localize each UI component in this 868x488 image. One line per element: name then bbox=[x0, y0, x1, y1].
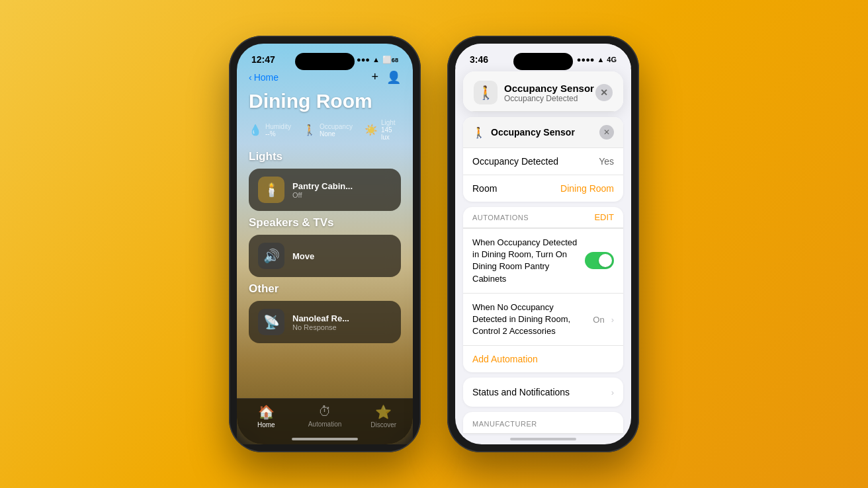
person-circle-icon[interactable]: 👤 bbox=[386, 70, 401, 85]
nanoleaf-icon-box: 📡 bbox=[258, 309, 284, 335]
header-action-icons: + 👤 bbox=[371, 70, 401, 85]
signal-icon-1: ●●● bbox=[357, 56, 370, 63]
sensors-row: 💧 Humidity --% 🚶 Occupancy None ☀️ bbox=[237, 119, 413, 150]
phone-2: 3:46 ●●●● ▲ 4G 🚶 Occupancy Sensor Occupa… bbox=[447, 36, 639, 452]
other-section-label: Other bbox=[237, 282, 413, 301]
modal-title: Occupancy Sensor bbox=[504, 83, 595, 94]
light-value: 145 lux bbox=[381, 126, 401, 141]
manufacturer-label: MANUFACTURER bbox=[472, 420, 537, 428]
move-speaker-tile[interactable]: 🔊 Move bbox=[249, 235, 401, 277]
occupancy-detected-row: Occupancy Detected Yes bbox=[463, 147, 623, 175]
room-value: Dining Room bbox=[560, 183, 614, 194]
modal-header-text: Occupancy Sensor Occupancy Detected bbox=[504, 83, 595, 103]
sensor-close-button[interactable]: ✕ bbox=[599, 125, 614, 140]
sensor-humidity: 💧 Humidity --% bbox=[249, 119, 291, 141]
automations-section: AUTOMATIONS EDIT When Occupancy Detected… bbox=[463, 207, 623, 372]
automation-tab-icon: ⏱ bbox=[318, 404, 331, 419]
nanoleaf-status: No Response bbox=[292, 323, 392, 331]
automation-toggle-1[interactable] bbox=[585, 252, 614, 269]
status-notif-chevron: › bbox=[611, 387, 614, 397]
wifi-icon-2: ▲ bbox=[597, 56, 604, 63]
page-title: Dining Room bbox=[237, 90, 413, 119]
automation-text-1: When Occupancy Detected in Dining Room, … bbox=[472, 237, 578, 285]
home-indicator-2 bbox=[510, 438, 576, 440]
phone-2-screen: 3:46 ●●●● ▲ 4G 🚶 Occupancy Sensor Occupa… bbox=[455, 44, 631, 444]
automation-chevron-2: › bbox=[611, 315, 614, 325]
phone-1-background: 12:47 ●●● ▲ ⬜68 ‹ Home + 👤 Dining Room bbox=[237, 44, 413, 444]
light-icon: ☀️ bbox=[365, 124, 378, 136]
lights-section-label: Lights bbox=[237, 150, 413, 169]
sensor-occupancy: 🚶 Occupancy None bbox=[303, 119, 353, 141]
status-time-1: 12:47 bbox=[251, 54, 275, 65]
status-icons-2: ●●●● ▲ 4G bbox=[577, 56, 617, 63]
manufacturer-section: MANUFACTURER bbox=[463, 412, 623, 434]
room-row[interactable]: Room Dining Room bbox=[463, 175, 623, 202]
discover-tab-label: Discover bbox=[370, 421, 396, 428]
status-icons-1: ●●● ▲ ⬜68 bbox=[357, 56, 398, 64]
occupancy-value: None bbox=[320, 130, 353, 138]
chevron-left-icon: ‹ bbox=[249, 72, 252, 83]
home-tab-label: Home bbox=[257, 421, 275, 428]
manufacturer-header: MANUFACTURER bbox=[463, 412, 623, 434]
automations-label: AUTOMATIONS bbox=[472, 214, 529, 222]
automations-header: AUTOMATIONS EDIT bbox=[463, 207, 623, 228]
pantry-info: Pantry Cabin... Off bbox=[292, 181, 392, 199]
light-label: Light bbox=[381, 119, 401, 126]
tab-automation[interactable]: ⏱ Automation bbox=[296, 404, 355, 428]
modal-subtitle: Occupancy Detected bbox=[504, 94, 595, 103]
sensor-name-text: Occupancy Sensor bbox=[491, 127, 599, 138]
room-label: Room bbox=[472, 183, 560, 194]
pantry-name: Pantry Cabin... bbox=[292, 181, 392, 191]
pantry-status: Off bbox=[292, 191, 392, 199]
back-label: Home bbox=[254, 72, 279, 83]
modal-header: 🚶 Occupancy Sensor Occupancy Detected ✕ bbox=[463, 71, 623, 112]
tab-home[interactable]: 🏠 Home bbox=[237, 404, 296, 428]
status-time-2: 3:46 bbox=[470, 54, 488, 65]
home-tab-icon: 🏠 bbox=[258, 404, 275, 420]
wifi-icon-1: ▲ bbox=[372, 56, 380, 63]
automation-on-text: On bbox=[593, 315, 604, 325]
pantry-icon-box: 🕯️ bbox=[258, 177, 284, 203]
modal-close-button[interactable]: ✕ bbox=[595, 84, 613, 101]
signal-icon-2: ●●●● bbox=[577, 56, 595, 63]
occupancy-detected-label: Occupancy Detected bbox=[472, 156, 599, 167]
nanoleaf-name: Nanoleaf Re... bbox=[292, 313, 392, 323]
sensor-light: ☀️ Light 145 lux bbox=[365, 119, 401, 141]
occupancy-label: Occupancy bbox=[320, 123, 353, 130]
occupancy-icon: 🚶 bbox=[303, 124, 316, 136]
edit-button[interactable]: EDIT bbox=[594, 212, 614, 222]
automation-text-2: When No Occupancy Detected in Dining Roo… bbox=[472, 302, 586, 338]
battery-label-2: 4G bbox=[607, 56, 617, 63]
sensor-walk-icon: 🚶 bbox=[472, 126, 486, 139]
pantry-cabinets-tile[interactable]: 🕯️ Pantry Cabin... Off bbox=[249, 169, 401, 211]
back-button[interactable]: ‹ Home bbox=[249, 72, 279, 83]
speakers-section-label: Speakers & TVs bbox=[237, 216, 413, 235]
occupancy-detected-value: Yes bbox=[599, 156, 614, 167]
add-icon[interactable]: + bbox=[371, 70, 378, 85]
automation-row-1[interactable]: When Occupancy Detected in Dining Room, … bbox=[463, 228, 623, 293]
discover-tab-icon: ⭐ bbox=[375, 404, 392, 420]
modal-card: 🚶 Occupancy Sensor Occupancy Detected ✕ bbox=[463, 71, 623, 112]
status-notif-label: Status and Notifications bbox=[472, 387, 605, 397]
sensor-header-row: 🚶 Occupancy Sensor ✕ bbox=[463, 117, 623, 147]
speaker-info: Move bbox=[292, 251, 392, 261]
add-automation-button[interactable]: Add Automation bbox=[463, 345, 623, 372]
humidity-value: --% bbox=[265, 130, 291, 138]
home-indicator-1 bbox=[292, 438, 358, 440]
battery-icon-1: ⬜68 bbox=[382, 56, 398, 64]
sensor-detail-section: 🚶 Occupancy Sensor ✕ Occupancy Detected … bbox=[463, 117, 623, 202]
automation-row-2[interactable]: When No Occupancy Detected in Dining Roo… bbox=[463, 293, 623, 346]
nanoleaf-info: Nanoleaf Re... No Response bbox=[292, 313, 392, 331]
modal-header-icon: 🚶 bbox=[474, 81, 498, 104]
status-notifications-section[interactable]: Status and Notifications › bbox=[463, 378, 623, 407]
phone-2-background: 3:46 ●●●● ▲ 4G 🚶 Occupancy Sensor Occupa… bbox=[455, 44, 631, 444]
nanoleaf-tile[interactable]: 📡 Nanoleaf Re... No Response bbox=[249, 301, 401, 343]
phone-1-screen: 12:47 ●●● ▲ ⬜68 ‹ Home + 👤 Dining Room bbox=[237, 44, 413, 444]
tab-discover[interactable]: ⭐ Discover bbox=[354, 404, 413, 428]
dynamic-island-1 bbox=[295, 53, 355, 70]
status-notif-row[interactable]: Status and Notifications › bbox=[463, 378, 623, 407]
phone-1: 12:47 ●●● ▲ ⬜68 ‹ Home + 👤 Dining Room bbox=[229, 36, 421, 452]
automation-tab-label: Automation bbox=[308, 421, 342, 428]
dynamic-island-2 bbox=[513, 53, 573, 70]
humidity-icon: 💧 bbox=[249, 124, 262, 136]
